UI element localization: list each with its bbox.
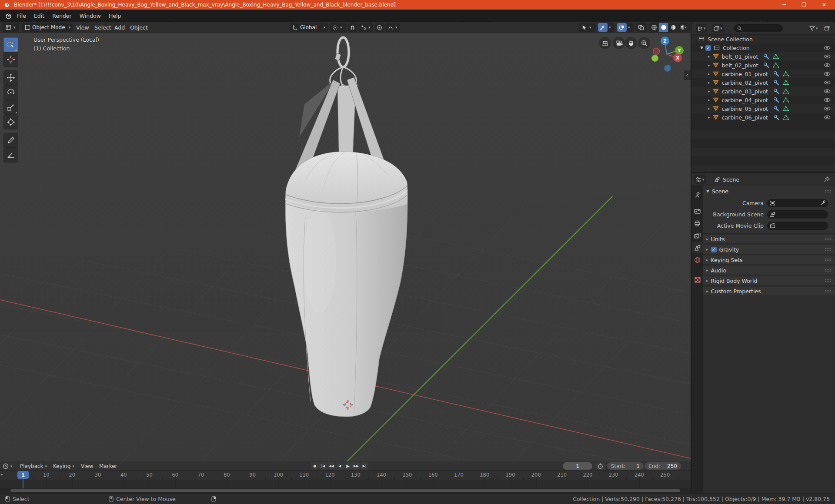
tool-annotate[interactable]	[3, 133, 18, 148]
outliner-filter-button[interactable]: ▾	[808, 24, 819, 33]
tab-tool[interactable]	[692, 189, 703, 201]
background-scene-field[interactable]	[767, 210, 828, 219]
mesh-data-icon[interactable]	[783, 97, 789, 103]
disclosure-icon[interactable]: ▼	[700, 46, 703, 50]
disclosure-icon[interactable]: ▸	[708, 63, 710, 67]
mesh-data-icon[interactable]	[783, 89, 789, 94]
tab-texture[interactable]	[692, 274, 703, 285]
outliner-row-object[interactable]: ▸ carbine_02_pivot	[691, 78, 835, 87]
hide-eye-icon[interactable]	[824, 71, 831, 76]
hide-eye-icon[interactable]	[824, 89, 831, 94]
modifier-wrench-icon[interactable]	[763, 62, 769, 68]
modifier-wrench-icon[interactable]	[773, 71, 779, 77]
hide-eye-icon[interactable]	[824, 97, 831, 103]
tool-select-box[interactable]	[3, 37, 18, 52]
modifier-wrench-icon[interactable]	[773, 80, 779, 86]
menu-file[interactable]: File	[13, 10, 30, 22]
hide-eye-icon[interactable]	[824, 45, 831, 50]
auto-keying-stopwatch-icon[interactable]	[595, 462, 605, 470]
timeline-ruler[interactable]: 1020304050607080901001101201301401501601…	[0, 471, 691, 480]
playback-menu[interactable]: Playback▾	[20, 461, 47, 471]
marker-menu[interactable]: Marker	[99, 461, 117, 471]
outliner-search-input[interactable]	[734, 24, 783, 32]
mesh-data-icon[interactable]	[783, 115, 789, 120]
pan-view-button[interactable]	[625, 37, 637, 49]
tool-scale[interactable]	[3, 100, 18, 115]
tool-cursor[interactable]	[3, 52, 18, 67]
tool-rotate[interactable]	[3, 85, 18, 100]
menu-help[interactable]: Help	[105, 10, 125, 22]
next-keyframe-button[interactable]: ▶▶	[352, 462, 360, 470]
disclosure-icon[interactable]: ▸	[708, 80, 710, 85]
outliner-row-object[interactable]: ▸ carbine_04_pivot	[691, 96, 835, 104]
outliner-editor-type-button[interactable]: ▾	[696, 24, 707, 33]
view-menu[interactable]: View	[81, 461, 93, 471]
play-button[interactable]: ▶	[344, 462, 352, 470]
panel-audio[interactable]: ▸Audio	[703, 266, 835, 275]
current-frame-field[interactable]: 1	[563, 462, 592, 470]
eyedropper-icon[interactable]	[820, 200, 825, 206]
proportional-falloff-dropdown[interactable]: ▾	[385, 23, 400, 32]
menu-add[interactable]: Add	[111, 22, 128, 33]
disclosure-icon[interactable]: ▸	[708, 106, 710, 111]
hide-eye-icon[interactable]	[824, 106, 831, 111]
timeline-track[interactable]	[0, 480, 691, 488]
outliner-row-object[interactable]: ▸ carbine_01_pivot	[691, 70, 835, 78]
shading-solid-button[interactable]	[659, 23, 668, 32]
proportional-editing-toggle[interactable]	[375, 23, 384, 32]
record-button[interactable]: ●	[311, 462, 319, 470]
tab-render[interactable]	[692, 206, 703, 217]
prev-frame-button[interactable]: ◀	[336, 462, 344, 470]
overlays-dropdown[interactable]: ▾	[627, 23, 634, 32]
panel-keying-sets[interactable]: ▸Keying Sets	[703, 255, 835, 265]
mesh-data-icon[interactable]	[773, 63, 779, 68]
tab-world[interactable]	[692, 254, 703, 265]
menu-edit[interactable]: Edit	[30, 10, 48, 22]
panel-rigid-body-world[interactable]: ▸Rigid Body World	[703, 276, 835, 286]
active-movie-clip-field[interactable]	[767, 222, 828, 230]
outliner-row-scene-collection[interactable]: Scene Collection	[691, 35, 835, 43]
outliner-row-object[interactable]: ▸ belt_01_pivot	[691, 52, 835, 61]
tab-scene[interactable]	[692, 242, 703, 253]
blender-app-icon[interactable]	[4, 12, 12, 20]
xray-toggle[interactable]	[636, 23, 647, 32]
camera-field[interactable]	[767, 199, 828, 207]
outliner-row-object[interactable]: ▸ belt_02_pivot	[691, 61, 835, 70]
snap-toggle[interactable]	[348, 23, 357, 32]
disclosure-icon[interactable]: ▸	[708, 72, 710, 76]
visibility-dropdown[interactable]: ▾	[579, 23, 596, 32]
outliner-row-object[interactable]: ▸ carbine_05_pivot	[691, 104, 835, 113]
mesh-data-icon[interactable]	[783, 71, 789, 76]
menu-window[interactable]: Window	[76, 10, 105, 22]
shading-material-button[interactable]	[668, 23, 678, 32]
panel-grip[interactable]	[825, 258, 832, 262]
outliner-row-object[interactable]: ▸ carbine_03_pivot	[691, 87, 835, 96]
panel-grip[interactable]	[825, 289, 832, 293]
tool-measure[interactable]	[3, 148, 18, 162]
properties-editor-type-button[interactable]: ▾	[694, 175, 706, 184]
modifier-wrench-icon[interactable]	[773, 97, 779, 103]
playhead[interactable]: 1	[17, 471, 29, 479]
panel-grip[interactable]	[825, 237, 832, 241]
panel-grip[interactable]	[825, 248, 832, 251]
mesh-data-icon[interactable]	[783, 80, 789, 85]
menu-object[interactable]: Object	[127, 22, 151, 33]
outliner-row-object[interactable]: ▸ carbine_06_pivot	[691, 113, 835, 122]
punching-bag-model[interactable]	[285, 37, 408, 417]
shading-dropdown[interactable]: ▾	[684, 23, 690, 32]
disclosure-icon[interactable]: ▸	[708, 89, 710, 93]
sidebar-toggle[interactable]: ‹	[684, 70, 691, 80]
viewport-3d[interactable]: User Perspective (Local) (1) Collection	[0, 33, 691, 461]
modifier-wrench-icon[interactable]	[773, 88, 779, 94]
hide-eye-icon[interactable]	[824, 54, 831, 59]
hide-eye-icon[interactable]	[824, 115, 831, 120]
start-frame-field[interactable]: Start:1	[607, 462, 644, 470]
editor-divider[interactable]	[691, 22, 691, 493]
shading-wireframe-button[interactable]	[649, 23, 658, 32]
zoom-view-button[interactable]	[638, 37, 650, 49]
panel-grip[interactable]	[825, 269, 832, 272]
tab-view-layer[interactable]	[692, 230, 703, 241]
menu-render[interactable]: Render	[48, 10, 76, 22]
overlays-toggle[interactable]	[617, 23, 627, 32]
modifier-wrench-icon[interactable]	[763, 53, 769, 60]
